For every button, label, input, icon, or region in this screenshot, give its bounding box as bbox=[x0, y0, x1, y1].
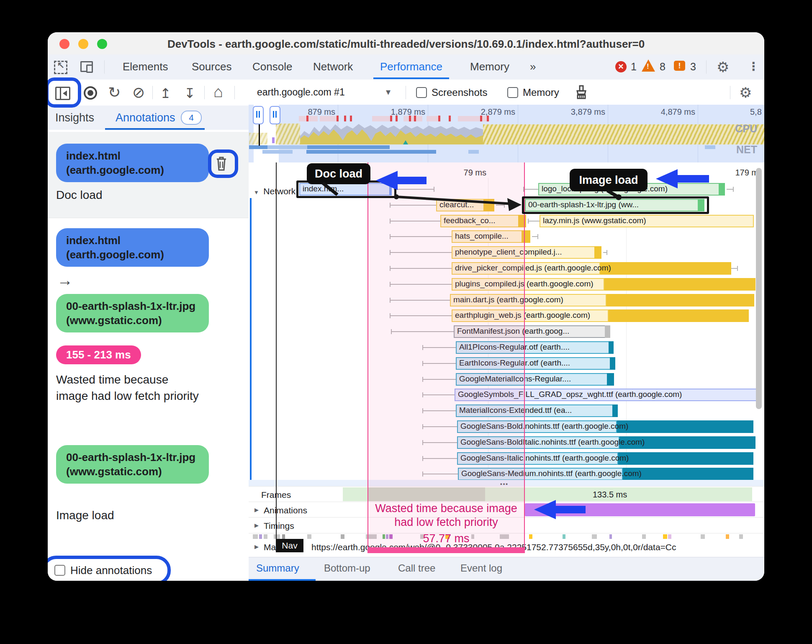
bottom-tab-summary[interactable]: Summary bbox=[256, 562, 299, 574]
overview-window-right-handle[interactable] bbox=[270, 106, 280, 124]
collect-garbage-icon[interactable] bbox=[574, 85, 588, 100]
annotation-circle-delete-button bbox=[208, 149, 238, 178]
net-activity-bar bbox=[307, 145, 390, 149]
tab-network[interactable]: Network bbox=[311, 54, 355, 79]
tab-annotations[interactable]: Annotations bbox=[116, 111, 175, 124]
main-activity-chip bbox=[668, 534, 671, 539]
wasted-time-end-line[interactable] bbox=[524, 162, 525, 553]
load-profile-icon[interactable]: ↥ bbox=[160, 85, 171, 101]
memory-checkbox[interactable] bbox=[507, 87, 518, 98]
sidebar-tab-bar: Insights Annotations 4 bbox=[48, 106, 249, 130]
main-track-label: Ma bbox=[264, 542, 276, 552]
net-activity-bar bbox=[262, 150, 293, 154]
screenshots-checkbox[interactable] bbox=[416, 87, 427, 98]
request-whisker-left bbox=[523, 189, 538, 190]
reload-and-record-button[interactable]: ↻ bbox=[108, 84, 121, 101]
bottom-tab-bar: SummaryBottom-upCall treeEvent log bbox=[249, 557, 764, 581]
screenshots-label[interactable]: Screenshots bbox=[432, 87, 487, 98]
main-activity-chip bbox=[282, 534, 285, 539]
wasted-time-start-line[interactable] bbox=[367, 162, 368, 553]
settings-gear-icon[interactable]: ⚙ bbox=[717, 59, 729, 75]
capture-settings-gear-icon[interactable]: ⚙ bbox=[739, 84, 752, 101]
overview-window-left-handle[interactable] bbox=[253, 106, 264, 124]
cpu-activity-hatch-right bbox=[483, 124, 764, 144]
request-whisker-right bbox=[603, 252, 606, 253]
time-range-pill[interactable]: 155 - 213 ms bbox=[56, 345, 141, 364]
annotations-list: index.html (earth.google.com) Doc load i… bbox=[48, 130, 249, 581]
long-task-tick bbox=[487, 116, 489, 121]
issues-icon[interactable]: ! bbox=[674, 61, 685, 71]
inspect-icon[interactable]: ↖ bbox=[54, 61, 67, 74]
tab-elements[interactable]: Elements bbox=[121, 54, 170, 79]
target-selector[interactable]: earth.google.com #1 bbox=[257, 87, 345, 98]
request-download-segment bbox=[609, 309, 749, 322]
doc-load-annotation-label[interactable]: Doc load bbox=[307, 163, 370, 184]
long-task-tick bbox=[438, 116, 440, 121]
record-button[interactable] bbox=[84, 86, 97, 100]
annotation-entry-pill[interactable]: 00-earth-splash-1x-ltr.jpg (www.gstatic.… bbox=[56, 294, 209, 332]
wasted-time-text-line1: Wasted time because image bbox=[367, 502, 525, 515]
annotation-item-time-range[interactable]: 155 - 213 ms Wasted time because image h… bbox=[48, 341, 249, 442]
annotation-item-image-load[interactable]: 00-earth-splash-1x-ltr.jpg (www.gstatic.… bbox=[48, 442, 249, 542]
network-track-header[interactable]: ▼ Network bbox=[254, 186, 296, 196]
filmstrip-segment bbox=[320, 116, 337, 121]
main-activity-chip bbox=[609, 534, 612, 539]
request-download-segment bbox=[600, 262, 731, 275]
cpu-activity-hatch-left bbox=[249, 133, 267, 144]
filmstrip-segment bbox=[427, 116, 438, 121]
annotation-item-doc-load[interactable]: index.html (earth.google.com) Doc load bbox=[48, 132, 249, 218]
tab-console[interactable]: Console bbox=[251, 54, 294, 79]
chevron-down-icon[interactable]: ▾ bbox=[386, 87, 391, 98]
save-profile-icon[interactable]: ↧ bbox=[184, 85, 195, 101]
main-activity-chip bbox=[663, 534, 667, 539]
wasted-time-text-line2: had low fetch priority bbox=[367, 516, 525, 529]
console-errors-badge[interactable]: × bbox=[615, 61, 627, 72]
hide-annotations-control[interactable]: Hide annotations bbox=[48, 556, 173, 581]
vertical-scrollbar[interactable] bbox=[756, 168, 762, 409]
tab-performance[interactable]: Performance bbox=[378, 54, 444, 79]
expand-animations-icon[interactable]: ▶ bbox=[254, 507, 259, 513]
annotation-circle-sidebar-toggle bbox=[48, 77, 81, 108]
more-options-icon[interactable]: ⋮ bbox=[748, 59, 759, 73]
main-activity-chip bbox=[701, 534, 705, 539]
clear-button[interactable]: ⊘ bbox=[132, 84, 145, 101]
main-activity-chip bbox=[264, 534, 267, 539]
main-activity-chip bbox=[642, 534, 646, 539]
annotation-entry-pill[interactable]: index.html (earth.google.com) bbox=[56, 228, 209, 267]
collapse-network-icon[interactable]: ▼ bbox=[254, 189, 259, 196]
warning-icon[interactable]: ! bbox=[642, 59, 655, 72]
annotation-label: Wasted time because image had low fetch … bbox=[56, 371, 203, 404]
overview-ruler-label: 879 ms bbox=[308, 107, 335, 117]
device-toolbar-icon[interactable] bbox=[80, 61, 93, 72]
timeline-overview[interactable]: 879 ms1,879 ms2,879 ms3,879 ms4,879 ms5,… bbox=[249, 105, 764, 163]
tab-memory[interactable]: Memory bbox=[468, 54, 511, 79]
request-download-segment bbox=[604, 278, 755, 291]
bottom-tab-event-log[interactable]: Event log bbox=[460, 562, 502, 574]
annotation-entry-pill[interactable]: 00-earth-splash-1x-ltr.jpg (www.gstatic.… bbox=[56, 445, 209, 484]
request-download-cap bbox=[594, 246, 601, 259]
wasted-time-range-bar[interactable] bbox=[367, 547, 525, 553]
annotated-entry-outline[interactable] bbox=[522, 196, 709, 214]
expand-timings-icon[interactable]: ▶ bbox=[254, 522, 259, 528]
network-request-label: lazy.min.js (www.gstatic.com) bbox=[543, 216, 646, 225]
arrow-right-icon: → bbox=[57, 271, 73, 289]
annotation-entry-pill[interactable]: index.html (earth.google.com) bbox=[56, 144, 209, 182]
more-tabs-icon[interactable]: » bbox=[528, 54, 537, 79]
nav-start-marker-line bbox=[276, 162, 277, 539]
bottom-tab-call-tree[interactable]: Call tree bbox=[398, 562, 435, 574]
home-icon[interactable]: ⌂ bbox=[213, 83, 223, 101]
main-activity-chip bbox=[563, 534, 565, 539]
tab-sources[interactable]: Sources bbox=[190, 54, 233, 79]
request-whisker-cap bbox=[528, 219, 529, 224]
main-activity-chip bbox=[274, 534, 280, 539]
cpu-marker-purple bbox=[272, 137, 275, 143]
expand-main-icon[interactable]: ▶ bbox=[254, 544, 259, 550]
image-load-annotation-label[interactable]: Image load bbox=[570, 169, 648, 191]
tab-insights[interactable]: Insights bbox=[55, 111, 94, 124]
network-track-label: Network bbox=[263, 186, 296, 196]
request-download-segment bbox=[606, 294, 754, 307]
bottom-tab-bottom-up[interactable]: Bottom-up bbox=[324, 562, 370, 574]
memory-label[interactable]: Memory bbox=[523, 87, 559, 98]
request-download-segment bbox=[623, 468, 753, 480]
annotations-count-badge: 4 bbox=[181, 111, 202, 125]
